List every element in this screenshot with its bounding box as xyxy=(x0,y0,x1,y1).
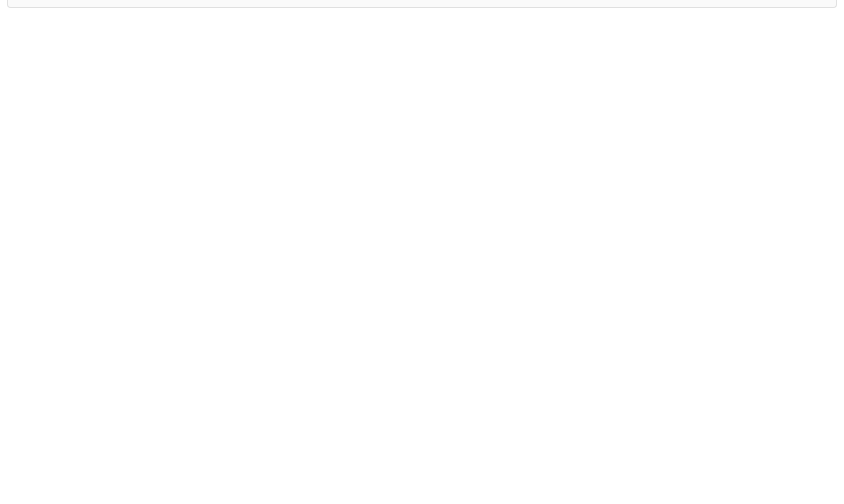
chart xyxy=(42,21,812,495)
figure-container xyxy=(0,0,844,504)
chart-svg xyxy=(42,21,812,495)
cell-top-border xyxy=(7,0,837,8)
